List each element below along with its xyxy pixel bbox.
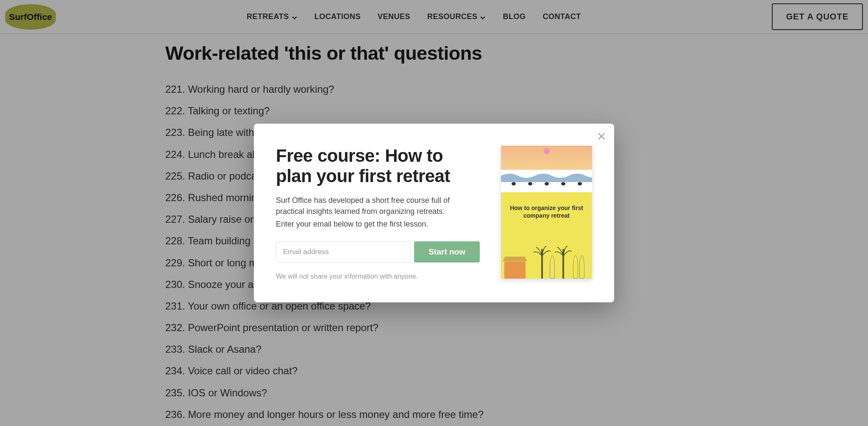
beach-illustration (501, 236, 592, 279)
modal-title: Free course: How to plan your first retr… (276, 146, 480, 187)
sun-icon (544, 148, 550, 154)
book-cover-illustration: How to organize your first company retre… (501, 146, 592, 279)
modal-description-2: Enter your email below to get the first … (276, 219, 480, 230)
modal-overlay[interactable]: Free course: How to plan your first retr… (0, 0, 868, 426)
start-button[interactable]: Start now (414, 241, 480, 263)
modal-image: How to organize your first company retre… (501, 146, 592, 281)
wave-illustration (501, 169, 592, 182)
signup-modal: Free course: How to plan your first retr… (254, 124, 614, 303)
modal-description: Surf Office has developed a short free c… (276, 195, 480, 217)
modal-content: Free course: How to plan your first retr… (276, 146, 480, 281)
book-title-text: How to organize your first company retre… (501, 204, 592, 219)
close-icon[interactable] (596, 131, 606, 141)
signup-form: Start now (276, 241, 480, 263)
email-field[interactable] (276, 241, 411, 263)
surfers-illustration (501, 182, 592, 195)
privacy-text: We will not share your information with … (276, 273, 480, 280)
